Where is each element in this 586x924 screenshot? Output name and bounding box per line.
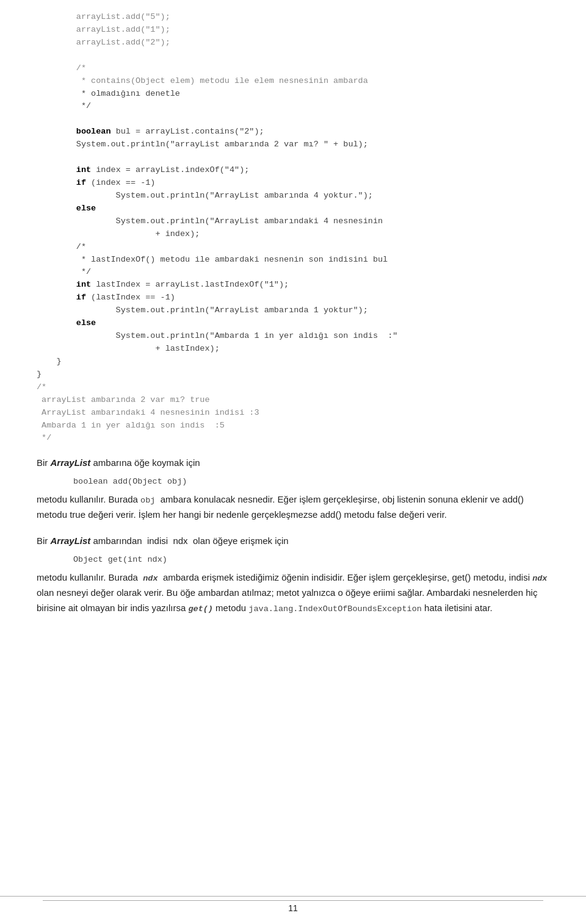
arraylist-title-1: ArrayList <box>51 457 91 468</box>
prose-section-2: Bir ArrayList ambarından indisi ndx olan… <box>37 534 549 616</box>
prose-para-2a: Bir ArrayList ambarından indisi ndx olan… <box>37 534 549 549</box>
arraylist-title-2: ArrayList <box>51 535 91 546</box>
footer-divider <box>43 900 543 901</box>
prose-para-2b: metodu kullanılır. Burada ndx ambarda er… <box>37 570 549 616</box>
page-container: arrayList.add("5"); arrayList.add("1"); … <box>0 0 586 664</box>
code-block: arrayList.add("5"); arrayList.add("1"); … <box>37 11 549 445</box>
method-sig-1: boolean add(Object obj) <box>73 477 549 486</box>
inline-code-ndx2: ndx <box>532 574 547 583</box>
prose-section-1: Bir ArrayList ambarına öğe koymak için b… <box>37 456 549 523</box>
page-number: 11 <box>288 903 298 913</box>
method-sig-2: Object get(int ndx) <box>73 555 549 564</box>
inline-code-get: get() <box>188 604 213 614</box>
inline-code-obj: obj <box>140 496 155 505</box>
prose-para-1b: metodu kullanılır. Burada obj ambara kon… <box>37 492 549 523</box>
inline-code-exception: java.lang.IndexOutOfBoundsException <box>248 604 422 614</box>
prose-para-1a: Bir ArrayList ambarına öğe koymak için <box>37 456 549 471</box>
inline-code-ndx: ndx <box>143 574 157 583</box>
code-section: arrayList.add("5"); arrayList.add("1"); … <box>37 11 549 445</box>
page-footer: 11 <box>0 896 586 913</box>
